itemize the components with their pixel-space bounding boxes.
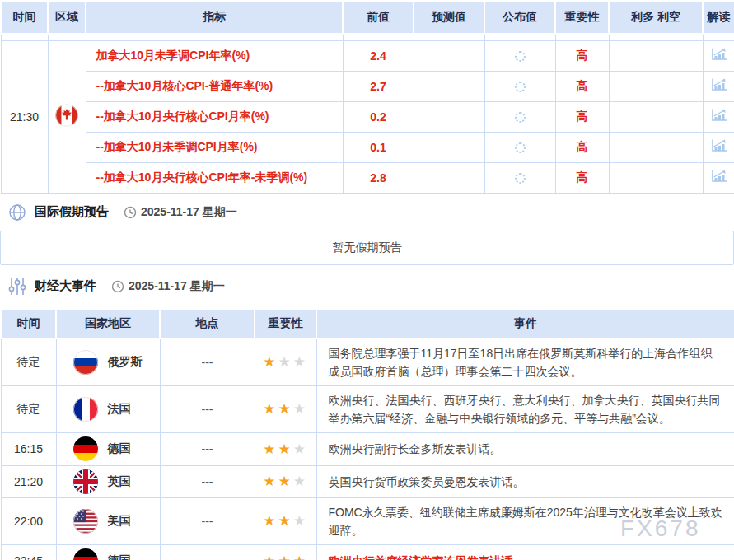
- loading-spinner-icon: [515, 142, 526, 153]
- event-time: 16:15: [1, 432, 56, 465]
- col-forecast: 预测值: [414, 1, 484, 34]
- globe-icon: [7, 203, 28, 222]
- col-indicator: 指标: [86, 1, 343, 34]
- country-cell: 美国: [56, 497, 160, 544]
- importance-stars: ★★★: [255, 385, 316, 432]
- partial-row: [1, 34, 734, 40]
- event-description: FOMC永久票委、纽约联储主席威廉姆斯在2025年治理与文化改革会议上致欢迎辞。: [316, 497, 734, 544]
- loading-spinner-icon: [515, 51, 526, 62]
- star-empty-icon: ★: [293, 401, 308, 417]
- flag-russia-icon: [73, 350, 98, 375]
- published-value: [484, 71, 555, 101]
- event-description: 欧洲央行、法国央行、西班牙央行、意大利央行、加拿大央行、英国央行共同举办第六届“…: [316, 385, 734, 432]
- event-row: 21:20 英国 --- ★★★ 英国央行货币政策委员曼恩发表讲话。: [1, 465, 734, 497]
- region-cell: [48, 40, 86, 193]
- holiday-date-text: 2025-11-17 星期一: [141, 205, 237, 220]
- clock-icon: [111, 280, 124, 293]
- star-empty-icon: ★: [293, 354, 308, 370]
- col-location: 地点: [160, 309, 255, 338]
- econ-row: --加拿大10月未季调CPI月率(%) 0.1 高: [1, 132, 734, 162]
- chart-icon[interactable]: [710, 169, 728, 184]
- previous-value: 2.4: [343, 40, 414, 71]
- star-filled-icon: ★: [293, 553, 308, 560]
- star-filled-icon: ★: [263, 553, 278, 560]
- previous-value: 2.8: [343, 162, 414, 193]
- econ-row: 21:30 加拿大10月未季调CPI年率(%) 2.4 高: [1, 40, 734, 71]
- event-description: 欧洲央行副行长金多斯发表讲话。: [316, 432, 734, 465]
- chart-icon[interactable]: [710, 47, 728, 62]
- star-filled-icon: ★: [263, 474, 278, 489]
- star-empty-icon: ★: [293, 441, 308, 457]
- events-table: 时间 国家地区 地点 重要性 事件 待定 俄罗斯 --- ★★★ 国务院总理李强…: [0, 308, 734, 560]
- chart-icon[interactable]: [710, 138, 728, 153]
- interpret-cell: [703, 132, 734, 162]
- forecast-value: [414, 71, 484, 101]
- country-cell: 德国: [56, 432, 160, 465]
- interpret-cell: [703, 101, 734, 132]
- star-filled-icon: ★: [263, 513, 278, 529]
- indicator-cell: --加拿大10月未季调CPI月率(%): [86, 132, 343, 162]
- event-row: 待定 法国 --- ★★★ 欧洲央行、法国央行、西班牙央行、意大利央行、加拿大央…: [1, 385, 734, 432]
- econ-row: --加拿大10月核心CPI-普通年率(%) 2.7 高: [1, 71, 734, 101]
- col-importance: 重要性: [555, 1, 609, 34]
- holiday-date: 2025-11-17 星期一: [124, 205, 237, 220]
- loading-spinner-icon: [515, 82, 526, 92]
- star-filled-icon: ★: [263, 354, 278, 370]
- indicator-link[interactable]: --加拿大10月央行核心CPI年率-未季调(%): [96, 170, 308, 184]
- event-time: 21:20: [1, 465, 56, 497]
- star-empty-icon: ★: [278, 354, 292, 370]
- flag-canada-icon: [55, 104, 78, 127]
- bias-value: [609, 71, 703, 101]
- time-cell: 21:30: [1, 40, 48, 193]
- col-importance: 重要性: [255, 309, 316, 338]
- importance-value: 高: [555, 101, 609, 132]
- star-filled-icon: ★: [278, 513, 292, 529]
- importance-stars: ★★★: [255, 432, 316, 465]
- event-description: 英国央行货币政策委员曼恩发表讲话。: [316, 465, 734, 497]
- loading-spinner-icon: [515, 112, 526, 123]
- star-filled-icon: ★: [278, 553, 292, 560]
- importance-value: 高: [555, 162, 609, 193]
- col-published: 公布值: [484, 1, 555, 34]
- country-cell: 英国: [56, 465, 160, 497]
- published-value: [484, 132, 555, 162]
- flag-usa-icon: [73, 509, 98, 534]
- clock-icon: [124, 206, 137, 219]
- events-header-row: 时间 国家地区 地点 重要性 事件: [1, 309, 734, 338]
- holiday-section-title: 国际假期预告: [35, 204, 109, 220]
- col-previous: 前值: [343, 1, 414, 34]
- event-location: ---: [160, 385, 255, 432]
- country-label: 美国: [108, 514, 131, 529]
- chart-icon[interactable]: [710, 108, 728, 123]
- event-time: 待定: [1, 338, 56, 386]
- event-row: 16:15 德国 --- ★★★ 欧洲央行副行长金多斯发表讲话。: [1, 432, 734, 465]
- event-row: 待定 俄罗斯 --- ★★★ 国务院总理李强于11月17日至18日出席在俄罗斯莫…: [1, 338, 734, 386]
- no-holiday-box: 暂无假期预告: [0, 231, 734, 265]
- country-cell: 德国: [56, 544, 160, 560]
- country-label: 俄罗斯: [108, 355, 143, 370]
- event-time: 22:00: [1, 497, 56, 544]
- indicator-cell: 加拿大10月未季调CPI年率(%): [86, 40, 343, 71]
- indicator-cell: --加拿大10月核心CPI-普通年率(%): [86, 71, 343, 101]
- published-value: [484, 101, 555, 132]
- econ-header-row: 时间 区域 指标 前值 预测值 公布值 重要性 利多 利空 解读: [1, 1, 734, 34]
- indicator-link[interactable]: --加拿大10月核心CPI-普通年率(%): [96, 79, 273, 92]
- col-country: 国家地区: [56, 309, 160, 338]
- flag-germany-icon: [73, 436, 98, 461]
- indicator-link[interactable]: 加拿大10月未季调CPI年率(%): [96, 49, 250, 62]
- events-section-title: 财经大事件: [35, 278, 96, 294]
- events-date-text: 2025-11-17 星期一: [129, 279, 225, 294]
- indicator-link[interactable]: --加拿大10月央行核心CPI月率(%): [96, 110, 269, 123]
- col-bias: 利多 利空: [609, 1, 703, 34]
- chart-icon[interactable]: [710, 77, 728, 92]
- country-label: 法国: [108, 402, 131, 417]
- forecast-value: [414, 132, 484, 162]
- country-label: 英国: [108, 474, 131, 489]
- indicator-link[interactable]: --加拿大10月未季调CPI月率(%): [96, 140, 258, 153]
- previous-value: 2.7: [343, 71, 414, 101]
- previous-value: 0.1: [343, 132, 414, 162]
- importance-stars: ★★★: [255, 465, 316, 497]
- importance-stars: ★★★: [255, 497, 316, 544]
- star-filled-icon: ★: [263, 401, 278, 417]
- published-value: [484, 40, 555, 71]
